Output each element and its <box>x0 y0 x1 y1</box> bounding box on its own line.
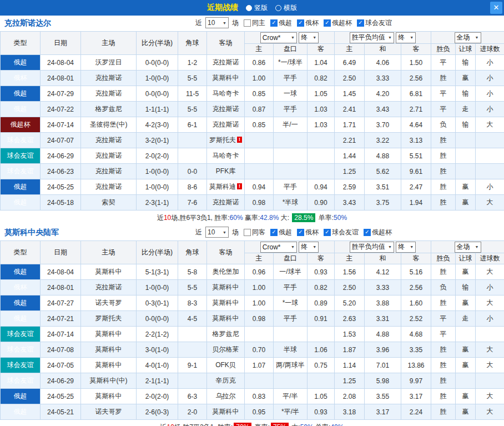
match-date: 24-07-07 <box>41 133 81 148</box>
corner-score <box>178 373 207 389</box>
result-cell: 胜 <box>431 71 456 86</box>
match-date: 24-07-22 <box>41 102 81 117</box>
col-result: 胜负 <box>431 253 456 264</box>
match-row: 俄超24-07-27诺夫哥罗0-3(0-1)8-3莫斯科中1.00*一球0.89… <box>1 295 504 311</box>
league-checkbox-2[interactable]: ✓ 俄超杯 <box>324 18 352 28</box>
league-checkbox-1[interactable]: ✓ 俄杯 <box>297 228 319 237</box>
euro-away-odds: 5.16 <box>401 264 431 280</box>
euro-home-odds: 1.71 <box>335 117 365 133</box>
scope-select[interactable]: 全场 ▼ <box>455 32 481 43</box>
asia-handicap: 平手 <box>274 280 308 295</box>
league-checkbox-3[interactable]: ✓ 球会友谊 <box>357 18 392 28</box>
handicap-result-cell <box>456 164 476 179</box>
select-value: 终 <box>398 33 405 42</box>
handicap-result-cell <box>456 373 476 389</box>
away-team: 马哈奇卡 <box>207 86 245 102</box>
match-count-select[interactable]: 10 ▼ <box>205 227 229 238</box>
asia-handicap: 一球 <box>274 86 308 102</box>
home-team: 罗斯托夫 <box>81 311 137 327</box>
asia-time-select[interactable]: 终 ▼ <box>299 32 319 43</box>
asia-handicap: 半/一 <box>274 117 308 133</box>
league-checkbox-2[interactable]: ✓ 球会友谊 <box>324 228 359 237</box>
euro-avg-select[interactable]: 胜平负均值 ▼ <box>350 242 394 253</box>
euro-time-select[interactable]: 终 ▼ <box>396 242 416 253</box>
league-type-badge: 俄超 <box>1 389 41 404</box>
euro-odds-header: 胜平负均值 ▼ 终 ▼ <box>335 241 431 253</box>
chevron-down-icon: ▼ <box>410 36 414 39</box>
match-score: 2-1(1-1) <box>137 373 178 389</box>
layout-radio-horizontal[interactable]: 横版 <box>275 3 297 13</box>
league-type-badge: 俄超 <box>1 86 41 102</box>
checkbox-label: 俄杯 <box>305 18 319 28</box>
summary-segment: 大: <box>279 213 291 223</box>
away-team: 莫斯科中 <box>207 404 245 420</box>
asia-time-select[interactable]: 终 ▼ <box>299 242 319 253</box>
euro-away-odds: 2.52 <box>401 311 431 327</box>
league-type-badge: 俄超 <box>1 55 41 71</box>
asia-home-odds: 0.96 <box>245 264 274 280</box>
asia-handicap: 两/两球半 <box>274 358 308 373</box>
select-value: 胜平负均值 <box>352 242 385 252</box>
scope-select[interactable]: 全场 ▼ <box>455 242 481 253</box>
result-header: 全场 ▼ <box>431 32 504 44</box>
asia-home-odds <box>245 148 274 164</box>
handicap-result-cell: 输 <box>456 117 476 133</box>
col-score: 比分(半场) <box>137 241 178 264</box>
close-button[interactable]: ✕ <box>490 2 502 14</box>
asia-handicap: 平手 <box>274 179 308 195</box>
asia-away-odds <box>308 148 335 164</box>
radio-unselected-icon <box>275 5 281 11</box>
league-checkbox-0[interactable]: ✓ 俄超 <box>270 18 292 28</box>
home-team: 克拉斯诺 <box>81 133 137 148</box>
away-team: PFK库 <box>207 164 245 179</box>
asia-handicap: 一/球半 <box>274 264 308 280</box>
corner-score: 7-6 <box>178 195 207 211</box>
result-cell: 胜 <box>431 133 456 148</box>
summary-segment: 单率: <box>314 423 331 426</box>
layout-radio-vertical[interactable]: 竖版 <box>246 3 268 13</box>
summary-segment: 近 <box>160 423 167 426</box>
league-checkbox-0[interactable]: ✓ 俄超 <box>270 228 292 237</box>
match-score: 1-0(0-0) <box>137 71 178 86</box>
summary-segment: 75% <box>271 423 289 426</box>
goals-result-cell: 大 <box>476 195 504 211</box>
league-checkbox-3[interactable]: ✓ 俄超杯 <box>364 228 392 237</box>
odds-company-select[interactable]: Crow* ▼ <box>260 242 297 253</box>
goals-result-cell: 小 <box>476 179 504 195</box>
handicap-result-cell: 赢 <box>456 71 476 86</box>
col-away: 客场 <box>207 241 245 264</box>
summary-segment: 70% <box>234 423 251 426</box>
league-type-badge: 俄超 <box>1 264 41 280</box>
league-checkbox-1[interactable]: ✓ 俄杯 <box>297 18 319 28</box>
home-team: 诺夫哥罗 <box>81 404 137 420</box>
checkbox-checked-icon: ✓ <box>324 229 331 236</box>
same-venue-checkbox[interactable]: 同主 <box>244 18 265 28</box>
match-score: 5-1(3-1) <box>137 264 178 280</box>
match-date: 24-07-27 <box>41 295 81 311</box>
corner-score: 6-1 <box>178 117 207 133</box>
radio-selected-icon <box>246 5 252 11</box>
asia-home-odds: 0.85 <box>245 117 274 133</box>
near-label: 近 <box>195 18 202 28</box>
radio-label: 竖版 <box>254 3 268 13</box>
euro-draw-odds: 3.70 <box>365 117 401 133</box>
odds-company-select[interactable]: Crow* ▼ <box>260 32 297 43</box>
handicap-result-cell: 输 <box>456 280 476 295</box>
match-row: 俄超24-07-22格罗兹尼1-1(1-1)5-5克拉斯诺0.87平手1.032… <box>1 102 504 117</box>
col-let: 让球 <box>456 44 476 55</box>
euro-avg-select[interactable]: 胜平负均值 ▼ <box>350 32 394 43</box>
euro-draw-odds: 3.22 <box>365 133 401 148</box>
match-date: 24-06-29 <box>41 148 81 164</box>
alert-icon: ! <box>237 137 242 143</box>
handicap-result-cell: 赢 <box>456 342 476 358</box>
match-count-select[interactable]: 10 ▼ <box>205 17 229 28</box>
corner-score: 6-3 <box>178 389 207 404</box>
euro-time-select[interactable]: 终 ▼ <box>396 32 416 43</box>
asia-home-odds: 0.94 <box>245 179 274 195</box>
away-team: 乌拉尔 <box>207 389 245 404</box>
euro-draw-odds: 3.51 <box>365 179 401 195</box>
summary-segment: 赢率: <box>243 213 260 223</box>
same-venue-checkbox[interactable]: 同客 <box>244 228 265 237</box>
euro-away-odds: 5.51 <box>401 148 431 164</box>
handicap-result-cell <box>456 133 476 148</box>
